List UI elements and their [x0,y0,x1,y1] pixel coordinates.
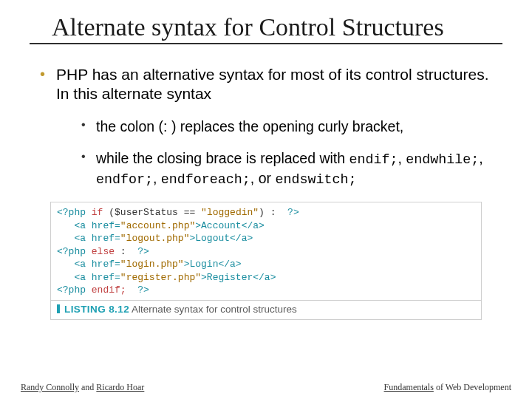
subpoint-colon-text: the colon (: ) replaces the opening curl… [96,118,403,134]
a-close-3: >Login</a> [184,259,242,270]
kw-if: if [92,207,103,218]
php-close-1: ?> [287,207,299,218]
kw-endif-code: endif; [92,284,126,296]
kw-else: else [92,246,115,257]
kw-endforeach: endforeach; [161,172,250,188]
footer-book: Fundamentals of Web Development [384,382,511,393]
caption-bar-icon [57,304,60,313]
php-open-3: <?php [57,284,92,296]
href-login: "login.php" [120,259,184,270]
colon-1: ) : [259,207,287,218]
bullet-main: PHP has an alternative syntax for most o… [34,65,502,188]
paren-open: ( [103,207,115,218]
sep4: , or [250,170,276,186]
a-close-1: >Account</a> [195,220,265,231]
a-open-3: <a href= [57,259,120,270]
space [126,284,138,296]
book-rest: of Web Development [434,382,511,392]
sep1: , [398,150,406,166]
php-open-1: <?php [57,207,92,218]
slide-title: Alternate syntax for Control Structures [30,9,502,44]
listing-caption-row: LISTING 8.12 Alternate syntax for contro… [51,300,481,319]
php-close-3: ?> [137,284,149,296]
kw-endswitch: endswitch; [275,172,356,188]
href-account: "account.php" [120,220,195,231]
author-sep: and [79,382,96,392]
str-loggedin: "loggedin" [201,207,259,218]
a-open-4: <a href= [57,272,120,283]
subpoint-end-keywords: while the closing brace is replaced with… [75,149,502,188]
a-close-2: >Logout</a> [189,233,253,244]
listing-label: LISTING 8.12 [64,304,129,315]
sep2: , [479,150,482,166]
href-register: "register.php" [120,272,201,283]
sep3: , [153,170,161,186]
bullet-main-text: PHP has an alternative syntax for most o… [56,66,489,102]
colon-2: : [115,246,137,257]
href-logout: "logout.php" [120,233,190,244]
kw-endfor: endfor; [96,172,153,188]
kw-endif: endif; [349,152,398,168]
a-open-2: <a href= [57,233,120,244]
php-close-2: ?> [137,246,149,257]
a-open-1: <a href= [57,220,120,231]
subpoint-colon: the colon (: ) replaces the opening curl… [75,117,502,136]
code-listing: <?php if ($userStatus == "loggedin") : ?… [50,202,482,320]
a-close-4: >Register</a> [201,272,276,283]
kw-endwhile: endwhile; [406,152,479,168]
listing-caption: Alternate syntax for control structures [129,304,297,315]
op-eq: == [178,207,201,218]
sub2-lead: while the closing brace is replaced with [96,150,349,166]
slide-footer: Randy Connolly and Ricardo Hoar Fundamen… [0,382,532,393]
footer-authors: Randy Connolly and Ricardo Hoar [21,382,144,393]
author-1: Randy Connolly [21,382,79,392]
author-2: Ricardo Hoar [96,382,144,392]
var-userstatus: $userStatus [115,207,178,218]
code-block: <?php if ($userStatus == "loggedin") : ?… [51,202,481,300]
book-word-1: Fundamentals [384,382,434,392]
php-open-2: <?php [57,246,92,257]
